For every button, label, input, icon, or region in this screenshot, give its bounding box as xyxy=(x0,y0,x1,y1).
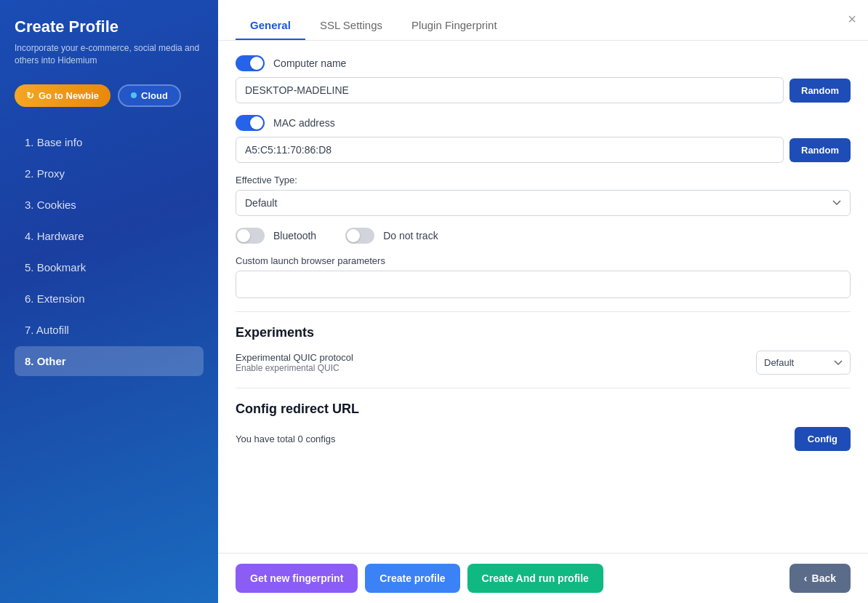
mac-address-label: MAC address xyxy=(273,117,335,129)
back-label: Back xyxy=(812,572,836,584)
back-chevron-icon: ‹ xyxy=(804,572,808,584)
do-not-track-row: Do not track xyxy=(345,228,438,244)
experiments-row: Experimental QUIC protocol Enable experi… xyxy=(236,351,851,375)
computer-name-input[interactable] xyxy=(236,77,784,103)
footer: Get new fingerprint Create profile Creat… xyxy=(218,553,868,603)
divider-1 xyxy=(236,311,851,312)
cloud-label: Cloud xyxy=(141,90,168,101)
main-panel: × GeneralSSL SettingsPlugin Fingerprint … xyxy=(218,0,868,603)
mac-address-random-button[interactable]: Random xyxy=(789,138,851,162)
quic-select[interactable]: Default Enabled Disabled xyxy=(756,351,851,375)
computer-name-random-button[interactable]: Random xyxy=(789,79,851,103)
experiments-title: Experiments xyxy=(236,325,851,340)
do-not-track-toggle[interactable] xyxy=(345,228,374,244)
do-not-track-label: Do not track xyxy=(383,230,438,241)
sidebar-item-proxy[interactable]: 2. Proxy xyxy=(15,159,204,188)
sidebar-nav: 1. Base info2. Proxy3. Cookies4. Hardwar… xyxy=(15,127,204,378)
mac-address-section: MAC address Random xyxy=(236,115,851,163)
experiments-text: Experimental QUIC protocol Enable experi… xyxy=(236,352,744,373)
experiments-section: Experiments Experimental QUIC protocol E… xyxy=(236,325,851,375)
config-button[interactable]: Config xyxy=(795,427,851,451)
custom-launch-input[interactable] xyxy=(236,271,851,298)
mac-address-input[interactable] xyxy=(236,137,784,163)
tab-ssl-settings[interactable]: SSL Settings xyxy=(305,12,397,40)
computer-name-toggle[interactable] xyxy=(236,55,265,71)
create-profile-button[interactable]: Create profile xyxy=(365,564,459,593)
newbie-label: Go to Newbie xyxy=(39,90,99,101)
quic-sub: Enable experimental QUIC xyxy=(236,363,744,373)
sidebar-subtitle: Incorporate your e-commerce, social medi… xyxy=(15,42,204,67)
tabs-bar: GeneralSSL SettingsPlugin Fingerprint xyxy=(218,0,868,41)
newbie-icon: ↻ xyxy=(26,90,34,101)
sidebar-actions: ↻ Go to Newbie Cloud xyxy=(15,84,204,107)
cloud-button[interactable]: Cloud xyxy=(118,84,181,107)
custom-launch-label: Custom launch browser parameters xyxy=(236,255,851,266)
close-button[interactable]: × xyxy=(848,12,856,26)
divider-2 xyxy=(236,388,851,388)
effective-type-select[interactable]: Default 2g 3g 4g xyxy=(236,190,851,216)
bluetooth-label: Bluetooth xyxy=(273,230,316,241)
effective-type-section: Effective Type: Default 2g 3g 4g xyxy=(236,175,851,216)
computer-name-section: Computer name Random xyxy=(236,55,851,103)
bluetooth-row: Bluetooth xyxy=(236,228,316,244)
config-row: You have total 0 configs Config xyxy=(236,427,851,451)
sidebar-item-hardware[interactable]: 4. Hardware xyxy=(15,221,204,251)
sidebar-item-base-info[interactable]: 1. Base info xyxy=(15,127,204,157)
sidebar: Create Profile Incorporate your e-commer… xyxy=(0,0,218,603)
effective-type-label: Effective Type: xyxy=(236,175,851,185)
sidebar-item-extension[interactable]: 6. Extension xyxy=(15,284,204,314)
config-text: You have total 0 configs xyxy=(236,434,336,444)
mac-address-toggle[interactable] xyxy=(236,115,265,131)
config-section: Config redirect URL You have total 0 con… xyxy=(236,402,851,451)
sidebar-item-cookies[interactable]: 3. Cookies xyxy=(15,190,204,220)
cloud-dot-icon xyxy=(131,92,137,98)
computer-name-label: Computer name xyxy=(273,57,346,69)
sidebar-item-other[interactable]: 8. Other xyxy=(15,346,204,376)
sidebar-item-autofill[interactable]: 7. Autofill xyxy=(15,315,204,345)
go-to-newbie-button[interactable]: ↻ Go to Newbie xyxy=(15,84,110,107)
tab-plugin-fingerprint[interactable]: Plugin Fingerprint xyxy=(397,12,512,40)
custom-launch-section: Custom launch browser parameters xyxy=(236,255,851,298)
create-and-run-button[interactable]: Create And run profile xyxy=(467,564,603,593)
sidebar-title: Create Profile xyxy=(15,17,204,36)
get-new-fingerprint-button[interactable]: Get new fingerprint xyxy=(236,564,358,593)
bluetooth-toggle[interactable] xyxy=(236,228,265,244)
quic-main: Experimental QUIC protocol xyxy=(236,352,744,363)
back-button[interactable]: ‹ Back xyxy=(789,564,851,593)
content-scroll: Computer name Random MAC address Random … xyxy=(218,41,868,553)
tab-general[interactable]: General xyxy=(236,12,305,40)
sidebar-item-bookmark[interactable]: 5. Bookmark xyxy=(15,252,204,282)
toggles-group: Bluetooth Do not track xyxy=(236,228,851,244)
config-title: Config redirect URL xyxy=(236,402,851,417)
